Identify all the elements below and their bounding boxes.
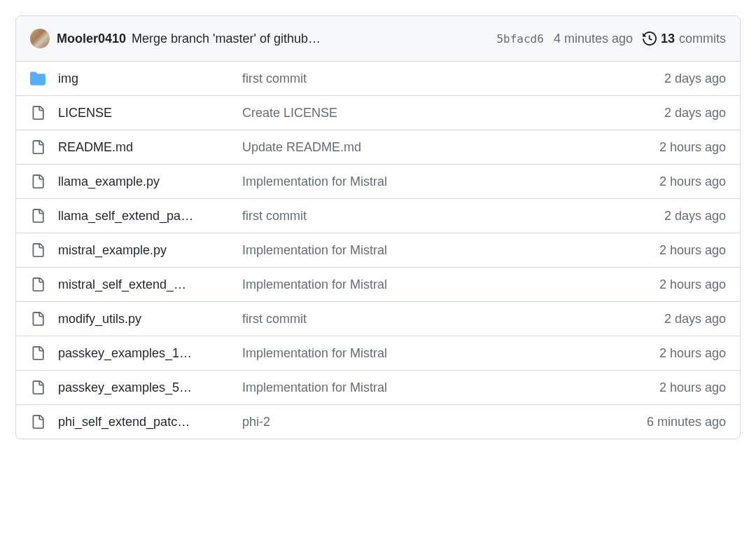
file-listing: Mooler0410 Merge branch 'master' of gith… [15,15,741,439]
file-commit-message[interactable]: Implementation for Mistral [242,346,647,361]
file-name[interactable]: mistral_self_extend_ [58,277,230,292]
table-row: mistral_self_extend_Implementation for M… [16,267,740,301]
file-name[interactable]: llama_example.py [58,174,230,189]
file-relative-time: 2 days ago [664,209,726,224]
file-relative-time: 2 hours ago [659,277,726,292]
file-name[interactable]: modify_utils.py [58,312,230,327]
table-row: phi_self_extend_patcphi-26 minutes ago [16,404,740,439]
folder-icon [30,71,46,86]
file-icon [30,414,46,430]
file-icon [30,242,46,258]
commits-link[interactable]: 13 commits [643,32,726,46]
file-relative-time: 6 minutes ago [647,415,726,430]
file-icon [30,105,46,121]
file-commit-message[interactable]: Implementation for Mistral [242,243,647,258]
commit-sha[interactable]: 5bfacd6 [496,32,543,46]
file-relative-time: 2 hours ago [659,380,726,395]
file-name[interactable]: mistral_example.py [58,243,230,258]
latest-commit-header: Mooler0410 Merge branch 'master' of gith… [16,16,740,62]
file-name[interactable]: README.md [58,140,230,155]
file-icon [30,311,46,327]
table-row: llama_self_extend_pafirst commit2 days a… [16,198,740,233]
table-row: passkey_examples_1Implementation for Mis… [16,336,740,370]
file-name[interactable]: img [58,71,230,86]
file-commit-message[interactable]: first commit [242,209,652,224]
commits-label: commits [679,32,726,46]
file-commit-message[interactable]: Implementation for Mistral [242,277,647,292]
table-row: modify_utils.pyfirst commit2 days ago [16,301,740,336]
file-icon [30,139,46,155]
file-commit-message[interactable]: Implementation for Mistral [242,174,647,189]
table-row: README.mdUpdate README.md2 hours ago [16,130,740,164]
file-name[interactable]: passkey_examples_5 [58,380,230,395]
file-relative-time: 2 days ago [664,312,726,327]
file-rows: imgfirst commit2 days agoLICENSECreate L… [16,62,740,439]
history-icon [643,32,657,46]
file-commit-message[interactable]: Update README.md [242,140,647,155]
table-row: mistral_example.pyImplementation for Mis… [16,233,740,267]
commit-count: 13 [661,32,675,46]
file-relative-time: 2 hours ago [659,174,726,189]
commit-relative-time: 4 minutes ago [554,32,633,46]
file-relative-time: 2 days ago [664,106,726,121]
table-row: llama_example.pyImplementation for Mistr… [16,164,740,198]
file-icon [30,345,46,361]
file-commit-message[interactable]: first commit [242,312,652,327]
file-icon [30,277,46,292]
file-relative-time: 2 days ago [664,71,726,86]
file-commit-message[interactable]: first commit [242,71,652,86]
file-relative-time: 2 hours ago [659,140,726,155]
file-name[interactable]: llama_self_extend_pa [58,209,230,224]
table-row: LICENSECreate LICENSE2 days ago [16,95,740,130]
file-relative-time: 2 hours ago [659,346,726,361]
file-name[interactable]: passkey_examples_1 [58,346,230,361]
file-name[interactable]: LICENSE [58,106,230,121]
commit-author[interactable]: Mooler0410 [57,32,126,46]
table-row: passkey_examples_5Implementation for Mis… [16,370,740,404]
file-icon [30,380,46,395]
commit-message[interactable]: Merge branch 'master' of github [132,32,321,46]
file-commit-message[interactable]: Implementation for Mistral [242,380,647,395]
file-icon [30,174,46,189]
commit-info[interactable]: Mooler0410 Merge branch 'master' of gith… [30,29,489,48]
file-icon [30,208,46,224]
file-name[interactable]: phi_self_extend_patc [58,415,230,430]
table-row: imgfirst commit2 days ago [16,62,740,95]
file-commit-message[interactable]: Create LICENSE [242,106,652,121]
file-relative-time: 2 hours ago [659,243,726,258]
file-commit-message[interactable]: phi-2 [242,415,634,430]
avatar[interactable] [30,29,50,48]
